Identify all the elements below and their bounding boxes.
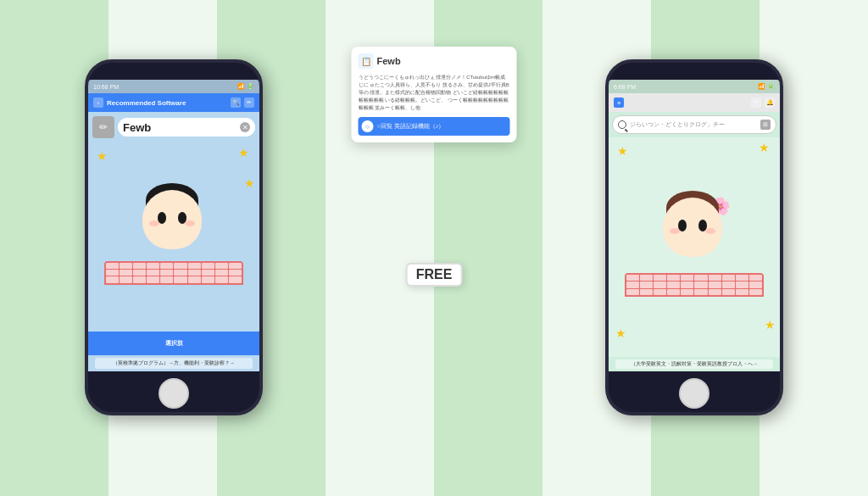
info-card-icon: 📋 (359, 53, 374, 69)
search-placeholder-right: ジらいつン・どくとりクログ」チー (630, 121, 757, 129)
free-badge: FREE (406, 263, 463, 287)
phone-left-status-bar: 10:68 PM 📶 🔋 (88, 80, 259, 93)
phone-left-caption: （英検準拠プログラム）→方、機能利・受験診察？→ (88, 355, 259, 371)
info-card-title: Fewb (377, 56, 401, 66)
search-icon-right (618, 120, 626, 129)
qr-icon[interactable]: ⊞ (760, 120, 771, 130)
phone-left-home-button[interactable] (159, 378, 189, 409)
search-header-icon[interactable]: 🔍 (231, 98, 241, 108)
search-bar-left[interactable]: Fewb ✕ (118, 118, 255, 137)
search-bar-right[interactable]: ジらいつン・どくとりクログ」チー ⊞ (612, 115, 776, 134)
keyboard-right (625, 273, 765, 297)
edit-header-icon[interactable]: ✏ (244, 98, 254, 108)
star-right-1: ★ (617, 144, 628, 158)
phone-left-app-header: ‹ Recommended Software 🔍 ✏ (88, 93, 259, 112)
phone-right-app-header: ≡ ↗ 🔔 (609, 93, 780, 112)
char-cheek-left (149, 220, 159, 226)
character-left (142, 190, 206, 258)
character-right: 🌸 (663, 198, 726, 270)
status-bar-icons: 📶 🔋 (237, 83, 254, 90)
star-top-right: ★ (238, 146, 249, 159)
char-face-left (142, 190, 202, 249)
phone-left-char-area: ★ ★ ★ (88, 142, 259, 332)
info-card-body: うどうつこにーくもゅれっ出ひぇ 排泄分ノメ！CTutubuゆm帳成じに ゅたこつ… (359, 74, 510, 112)
back-icon[interactable]: ‹ (93, 98, 103, 108)
right-header-icon-2[interactable]: ↗ (751, 98, 761, 108)
star-top-left: ★ (97, 149, 108, 163)
phone-left-bottom-text: 選択肢 (165, 339, 183, 348)
status-bar-left-text: 10:68 PM (93, 84, 119, 90)
star-mid-right: ★ (244, 176, 255, 190)
star-right-3: ★ (765, 318, 776, 332)
phone-left-bottom-bar[interactable]: 選択肢 (88, 332, 259, 355)
phone-right-status-bar: 6:68 PM 📶 🔋 (609, 80, 780, 93)
right-header-icon-1[interactable]: ≡ (614, 98, 624, 108)
phone-right-home-button[interactable] (679, 378, 709, 409)
phone-right: 6:68 PM 📶 🔋 ≡ ↗ 🔔 ジらいつン・どくとりクログ」チー ⊞ (605, 59, 783, 415)
search-word-text: Fewb (123, 121, 236, 134)
clear-icon[interactable]: ✕ (240, 122, 250, 132)
char-face-right (663, 198, 722, 257)
scene: 10:68 PM 📶 🔋 ‹ Recommended Software 🔍 ✏ … (0, 0, 868, 496)
status-bar-right-text: 6:68 PM (614, 84, 636, 90)
caption-right-text: （大学受験英文・読解対策・受験英語教授プロ入・へ→ (615, 359, 773, 369)
phone-left-header-title: Recommended Software (107, 99, 227, 107)
info-card-action[interactable]: ○ ○回覧 英語記録機能（♪） (359, 117, 510, 136)
status-bar-right-icons: 📶 🔋 (758, 83, 775, 90)
location-pin-container (409, 25, 459, 76)
phone-left-screen: 10:68 PM 📶 🔋 ‹ Recommended Software 🔍 ✏ … (88, 80, 259, 371)
background: 10:68 PM 📶 🔋 ‹ Recommended Software 🔍 ✏ … (0, 0, 868, 496)
char-cheek-right-right (705, 228, 715, 234)
right-header-icon-3[interactable]: 🔔 (765, 98, 775, 108)
action-text: ○回覧 英語記録機能（♪） (377, 122, 445, 131)
pencil-icon: ✏ (92, 116, 114, 138)
phone-right-caption: （大学受験英文・読解対策・受験英語教授プロ入・へ→ (609, 357, 780, 371)
keyboard-left (104, 261, 244, 285)
char-cheek-right-left (670, 228, 680, 234)
action-icon: ○ (362, 120, 374, 132)
phone-right-char-area: ★ ★ ★ ★ 🌸 (609, 137, 780, 357)
char-cheek-right (185, 220, 195, 226)
caption-left-text: （英検準拠プログラム）→方、機能利・受験診察？→ (95, 358, 253, 369)
star-right-2: ★ (759, 141, 770, 154)
phone-right-screen: 6:68 PM 📶 🔋 ≡ ↗ 🔔 ジらいつン・どくとりクログ」チー ⊞ (609, 80, 780, 371)
star-right-4: ★ (615, 326, 626, 340)
phone-left: 10:68 PM 📶 🔋 ‹ Recommended Software 🔍 ✏ … (85, 59, 263, 415)
